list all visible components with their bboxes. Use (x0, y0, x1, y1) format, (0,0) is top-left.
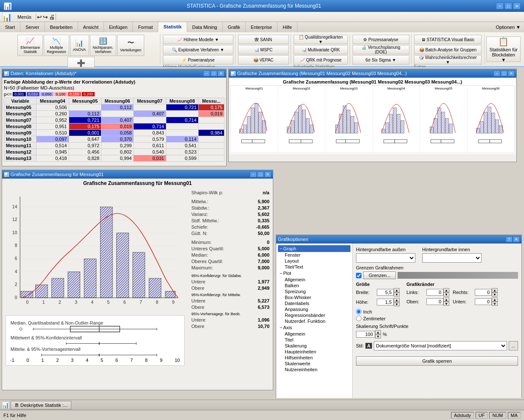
versuchs-button[interactable]: 🔬 Versuchsplanung (DOE) (353, 45, 409, 54)
tab-bearbeiten[interactable]: Bearbeiten (45, 22, 78, 32)
margin-right-input[interactable] (475, 289, 492, 296)
chart-win-minimize[interactable]: − (250, 171, 257, 177)
explorative-button[interactable]: 🔍 Explorative Verfahren ▼ (163, 45, 233, 54)
bg-outer-select[interactable] (356, 253, 415, 263)
margin-bottom-down[interactable]: ▼ (492, 302, 498, 306)
height-input[interactable]: 1,5 (377, 299, 394, 305)
tab-datamining[interactable]: Data Mining (187, 22, 223, 32)
redo-icon[interactable]: ↪ (43, 14, 48, 20)
margin-right-down[interactable]: ▼ (492, 292, 498, 297)
batch-button[interactable]: 📦 Batch-Analyse für Gruppen (414, 45, 482, 54)
grafik-sperren-btn[interactable]: Grafik sperren (356, 356, 518, 366)
optionen-button[interactable]: Optionen ▼ (496, 25, 521, 30)
margin-left-down[interactable]: ▼ (443, 292, 449, 297)
margin-top-input[interactable] (426, 298, 443, 305)
qrk-prognose-button[interactable]: 📈 QRK mit Prognose (294, 55, 348, 64)
tree-axis-nutzereinheiten[interactable]: Nutzereinheiten (278, 367, 350, 372)
stil-select[interactable]: Dokumentgröße Normal [modifiziert] (374, 341, 507, 350)
tree-plot-allgemein[interactable]: Allgemein (278, 277, 350, 283)
menu-item-menus[interactable]: Menüs (14, 12, 35, 22)
dialog-help-button[interactable]: ? (506, 236, 513, 242)
graph-win-close[interactable]: ✕ (508, 70, 515, 76)
scale-input[interactable] (356, 331, 375, 338)
chart-win-maximize[interactable]: □ (257, 171, 264, 177)
vepac-button[interactable]: 📦 VEPAC (238, 55, 289, 64)
tree-axis-skalenwerte[interactable]: Skalenwerte (278, 361, 350, 367)
bg-inner-select[interactable] (422, 253, 482, 263)
border-btn[interactable]: Grenzen... (363, 272, 396, 279)
tree-plot-spreizung[interactable]: Spreizung (278, 288, 350, 294)
tab-ansicht[interactable]: Ansicht (78, 22, 104, 32)
hoehere-modelle-button[interactable]: 📈 Höhere Modelle ▼ (163, 35, 233, 44)
tree-plot-balken[interactable]: Balken (278, 283, 350, 288)
prozess-button[interactable]: ⚙ Prozessanalyse (353, 35, 409, 44)
nichtparam-button[interactable]: 🔢 Nichtparam.Verfahren (90, 35, 117, 56)
width-up-btn[interactable]: ▲ (394, 288, 400, 292)
tree-fenster[interactable]: Fenster (278, 252, 350, 258)
tree-plot-boxwhisker[interactable]: Box-Whisker (278, 294, 350, 300)
data-win-close[interactable]: ✕ (218, 70, 224, 76)
tab-server[interactable]: Server (20, 22, 45, 32)
tab-start[interactable]: Start (0, 22, 20, 32)
qualitaet-button[interactable]: 📋 Qualitätsregelkarten ▼ (294, 35, 348, 44)
tab-einfuegen[interactable]: Einfügen (104, 22, 133, 32)
margin-left-up[interactable]: ▲ (443, 288, 449, 292)
stil-extra-btn[interactable]: ... (509, 341, 518, 350)
elementare-statistik-button[interactable]: 📈 ElementareStatistik (17, 35, 43, 56)
taskbar-deskriptive-btn[interactable]: 🖹 Deskriptive Statistik :... (11, 401, 71, 409)
print-icon[interactable]: 🖨 (49, 14, 55, 20)
margin-bottom-input[interactable] (475, 298, 492, 305)
regression-button[interactable]: 📉 MultipleRegression (44, 35, 69, 56)
maximize-button[interactable]: □ (504, 3, 512, 9)
margin-left-input[interactable] (426, 289, 443, 296)
tab-hilfe[interactable]: Hilfe (277, 22, 297, 32)
tree-layout[interactable]: Layout (278, 258, 350, 264)
scale-up-btn[interactable]: ▲ (375, 330, 381, 334)
tree-axis-skalierung[interactable]: Skalierung (278, 343, 350, 349)
tree-axis-hilfseinheten[interactable]: Hilfseinheiten (278, 355, 350, 361)
mspc-button[interactable]: 📊 MSPC (238, 45, 289, 54)
wahrsch-button[interactable]: 🎲 Wahrscheinlichkeitsrechner ▼ (414, 55, 482, 64)
border-checkbox[interactable] (356, 273, 361, 278)
anova-button[interactable]: 📊 ANOVA (70, 35, 89, 56)
tab-format[interactable]: Format (133, 22, 158, 32)
vbasic-button[interactable]: 🖥 STATISTICA Visual Basic (414, 35, 482, 44)
height-down-btn[interactable]: ▼ (394, 302, 400, 306)
graph-win-minimize[interactable]: − (493, 70, 500, 76)
tree-titeltext[interactable]: Titel/Text (278, 264, 350, 270)
tree-axis-haupteinheten[interactable]: Haupteinheiten (278, 349, 350, 355)
tree-plot-datenlabels[interactable]: Datenlabels (278, 300, 350, 306)
data-win-maximize[interactable]: □ (210, 70, 217, 76)
tab-enterprise[interactable]: Enterprise (246, 22, 277, 32)
tab-grafik[interactable]: Grafik (223, 22, 246, 32)
scale-down-btn[interactable]: ▼ (375, 334, 381, 339)
tree-plot-nutzerfunktion[interactable]: Nutzerdef. Funktion (278, 318, 350, 324)
height-up-btn[interactable]: ▲ (394, 298, 400, 302)
sann-button[interactable]: 🕸 SANN (238, 35, 289, 44)
poweranalyse-button[interactable]: ⚡ Poweranalyse (163, 55, 233, 64)
margin-right-up[interactable]: ▲ (492, 288, 498, 292)
tree-axis-titel[interactable]: Titel (278, 337, 350, 343)
tab-statistik[interactable]: Statistik (158, 22, 187, 32)
graph-win-maximize[interactable]: □ (501, 70, 507, 76)
margin-top-down[interactable]: ▼ (443, 302, 449, 306)
tree-plot-item[interactable]: − Plot (278, 270, 350, 277)
tree-graph-item[interactable]: − Graph (278, 245, 350, 252)
dialog-close-button[interactable]: ✕ (513, 236, 520, 242)
tree-plot-regressionsb[interactable]: Regressionsbänder (278, 312, 350, 318)
width-input[interactable]: 5,5 (377, 289, 394, 296)
margin-bottom-up[interactable]: ▲ (492, 297, 498, 302)
undo-icon[interactable]: ↩ (37, 14, 42, 20)
data-win-minimize[interactable]: − (203, 70, 210, 76)
block-button[interactable]: 📋 Statistiken fürBlockdaten ▼ (486, 36, 521, 62)
unit-inch-radio[interactable] (356, 309, 361, 314)
close-button[interactable]: ✕ (513, 3, 521, 9)
sixsigma-button[interactable]: 6σ Six Sigma ▼ (353, 55, 409, 64)
width-down-btn[interactable]: ▼ (394, 292, 400, 297)
chart-win-close[interactable]: ✕ (264, 171, 271, 177)
tree-plot-anpassung[interactable]: Anpassung (278, 306, 350, 312)
margin-top-up[interactable]: ▲ (443, 297, 449, 302)
multivariate-button[interactable]: 📊 Multivariate QRK (294, 45, 348, 54)
tree-axis-item[interactable]: − Axis (278, 324, 350, 331)
minimize-button[interactable]: − (496, 3, 504, 9)
